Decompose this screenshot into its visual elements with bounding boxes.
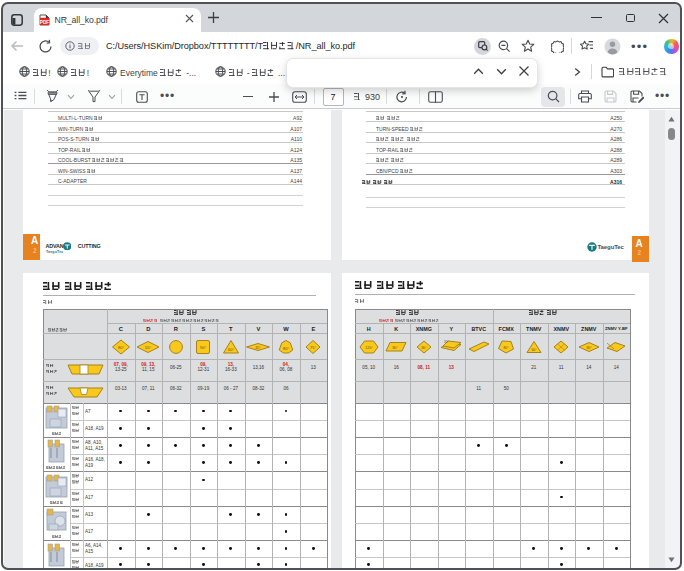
svg-text:35°: 35° (256, 345, 262, 349)
svg-text:120°: 120° (365, 345, 373, 349)
svg-text:80°: 80° (118, 345, 124, 350)
svg-text:PDF: PDF (40, 19, 50, 24)
svg-text:80°: 80° (393, 345, 399, 349)
svg-text:80°: 80° (586, 345, 592, 349)
svg-text:60°: 60° (531, 347, 537, 351)
svg-text:80°: 80° (504, 345, 510, 349)
svg-text:90°: 90° (200, 345, 206, 350)
svg-text:35°: 35° (444, 339, 449, 343)
svg-text:80°: 80° (283, 345, 289, 350)
svg-text:75°: 75° (310, 345, 316, 350)
svg-text:55°: 55° (145, 344, 151, 349)
svg-text:60°: 60° (228, 347, 234, 352)
svg-text:80°: 80° (421, 345, 427, 349)
